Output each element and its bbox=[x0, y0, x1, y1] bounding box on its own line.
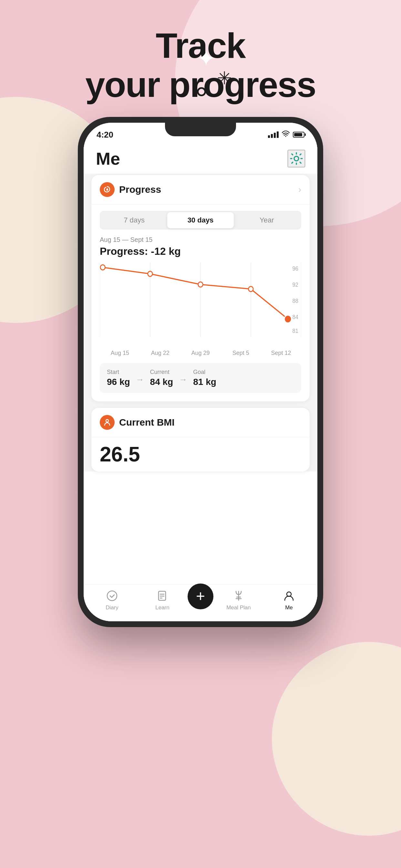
wifi-icon bbox=[282, 130, 289, 139]
status-time: 4:20 bbox=[96, 130, 113, 140]
arrow-start-current: → bbox=[136, 375, 144, 384]
progress-card-header-left: Progress bbox=[100, 182, 161, 197]
gear-icon bbox=[289, 151, 304, 166]
chart-area: Aug 15 — Sept 15 Progress: -12 kg bbox=[91, 236, 310, 363]
svg-text:81: 81 bbox=[292, 328, 298, 334]
x-axis-labels: Aug 15 Aug 22 Aug 29 Sept 5 Sept 12 bbox=[100, 350, 301, 356]
signal-icon bbox=[268, 131, 279, 138]
bmi-value: 26.5 bbox=[91, 437, 310, 471]
app-content: Me bbox=[84, 142, 317, 621]
app-header: Me bbox=[84, 142, 317, 174]
nav-item-learn[interactable]: Learn bbox=[137, 589, 188, 611]
svg-point-1 bbox=[294, 156, 299, 161]
stat-current: Current 84 kg bbox=[150, 369, 174, 387]
stats-row: Start 96 kg → Current 84 kg → Goal bbox=[100, 363, 301, 393]
bottom-nav: Diary Learn bbox=[84, 584, 317, 621]
hero-section: Track your progress ✦ ✳ bbox=[0, 0, 401, 104]
nav-diary-label: Diary bbox=[105, 604, 119, 611]
settings-button[interactable] bbox=[288, 150, 305, 167]
nav-me-label: Me bbox=[285, 604, 293, 611]
svg-point-13 bbox=[148, 271, 153, 276]
tab-year[interactable]: Year bbox=[234, 212, 300, 228]
sparkle-circle-icon bbox=[197, 87, 206, 96]
nav-item-diary[interactable]: Diary bbox=[87, 589, 137, 611]
chart-svg: 96 92 88 84 81 bbox=[100, 262, 301, 346]
main-scroll-area: Progress › 7 days 30 days Year Aug bbox=[84, 174, 317, 471]
date-range: Aug 15 — Sept 15 bbox=[100, 236, 301, 244]
progress-card-header[interactable]: Progress › bbox=[91, 175, 310, 205]
svg-point-17 bbox=[106, 420, 109, 422]
nav-item-me[interactable]: Me bbox=[264, 589, 314, 611]
progress-card-title: Progress bbox=[119, 184, 161, 195]
phone-outer: 4:20 bbox=[78, 117, 323, 627]
phone-notch bbox=[165, 123, 236, 136]
svg-text:84: 84 bbox=[292, 314, 298, 320]
stat-start: Start 96 kg bbox=[107, 369, 130, 387]
svg-text:92: 92 bbox=[292, 281, 298, 288]
progress-icon bbox=[100, 182, 115, 197]
stat-goal: Goal 81 kg bbox=[193, 369, 216, 387]
x-label-aug29: Aug 29 bbox=[181, 350, 221, 356]
nav-mealplan-label: Meal Plan bbox=[226, 604, 251, 611]
stat-current-label: Current bbox=[150, 369, 174, 376]
stat-start-label: Start bbox=[107, 369, 130, 376]
x-label-sept12: Sept 12 bbox=[261, 350, 301, 356]
bmi-card-header-left: Current BMI bbox=[100, 415, 175, 430]
progress-value-label: Progress: -12 kg bbox=[100, 245, 301, 257]
battery-icon bbox=[293, 132, 305, 137]
diary-icon bbox=[105, 589, 119, 603]
tab-30days[interactable]: 30 days bbox=[167, 212, 234, 228]
svg-point-18 bbox=[107, 591, 117, 600]
tab-7days[interactable]: 7 days bbox=[101, 212, 167, 228]
phone-inner: 4:20 bbox=[84, 123, 317, 621]
page-title: Me bbox=[96, 149, 120, 168]
stat-start-value: 96 kg bbox=[107, 377, 130, 387]
progress-card: Progress › 7 days 30 days Year Aug bbox=[91, 175, 310, 401]
sparkle-asterisk-icon: ✳ bbox=[217, 68, 232, 89]
stat-current-value: 84 kg bbox=[150, 377, 174, 387]
bmi-card-header[interactable]: Current BMI bbox=[91, 408, 310, 437]
x-label-aug22: Aug 22 bbox=[140, 350, 181, 356]
mealplan-icon bbox=[232, 589, 246, 603]
nav-learn-label: Learn bbox=[155, 604, 169, 611]
bmi-card: Current BMI 26.5 bbox=[91, 408, 310, 471]
x-label-sept5: Sept 5 bbox=[220, 350, 261, 356]
phone-wrapper: 4:20 bbox=[0, 117, 401, 627]
weight-chart: 96 92 88 84 81 bbox=[100, 262, 301, 346]
period-toggle[interactable]: 7 days 30 days Year bbox=[100, 211, 301, 229]
plus-icon: + bbox=[196, 588, 205, 604]
svg-point-15 bbox=[249, 286, 253, 291]
chevron-right-icon: › bbox=[298, 184, 301, 195]
svg-text:96: 96 bbox=[292, 265, 298, 272]
nav-item-mealplan[interactable]: Meal Plan bbox=[213, 589, 264, 611]
svg-point-12 bbox=[100, 265, 105, 270]
svg-point-0 bbox=[285, 136, 286, 137]
me-icon bbox=[282, 589, 296, 603]
stat-goal-value: 81 kg bbox=[193, 377, 216, 387]
sparkle-star-icon: ✦ bbox=[197, 45, 216, 72]
add-button[interactable]: + bbox=[188, 584, 213, 609]
svg-point-14 bbox=[198, 282, 203, 287]
svg-text:88: 88 bbox=[292, 298, 298, 304]
bmi-icon bbox=[100, 415, 115, 430]
learn-icon bbox=[155, 589, 169, 603]
status-icons bbox=[268, 130, 305, 139]
stat-goal-label: Goal bbox=[193, 369, 216, 376]
arrow-current-goal: → bbox=[179, 375, 187, 384]
svg-point-16 bbox=[284, 315, 291, 323]
bmi-card-title: Current BMI bbox=[119, 417, 175, 428]
x-label-aug15: Aug 15 bbox=[100, 350, 140, 356]
